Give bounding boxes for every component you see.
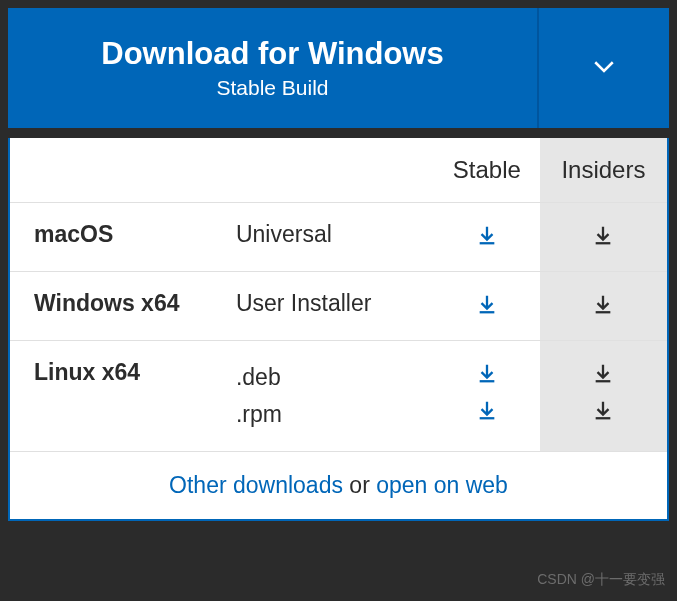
table-row: Linux x64 .deb .rpm	[10, 341, 667, 451]
stable-column-header: Stable	[434, 138, 540, 203]
other-downloads-link[interactable]: Other downloads	[169, 472, 343, 498]
chevron-down-icon	[589, 51, 619, 85]
watermark-text: CSDN @十一要变强	[537, 571, 665, 589]
footer-links-row: Other downloads or open on web	[10, 451, 667, 519]
insiders-column-header: Insiders	[540, 138, 667, 203]
variant-label: .deb	[236, 359, 420, 396]
download-insiders-linux-x64-rpm[interactable]	[592, 396, 614, 424]
download-title: Download for Windows	[101, 36, 443, 72]
download-stable-windows-x64-user[interactable]	[476, 290, 498, 318]
open-on-web-link[interactable]: open on web	[376, 472, 508, 498]
download-stable-linux-x64-rpm[interactable]	[476, 396, 498, 424]
variant-label: Universal	[222, 203, 434, 272]
download-stable-macos-universal[interactable]	[476, 221, 498, 249]
download-header: Download for Windows Stable Build	[8, 8, 669, 128]
download-subtitle: Stable Build	[216, 76, 328, 100]
os-label: Linux x64	[10, 341, 222, 451]
variant-label: User Installer	[222, 272, 434, 341]
download-insiders-windows-x64-user[interactable]	[592, 290, 614, 318]
download-dropdown-toggle[interactable]	[539, 8, 669, 128]
os-label: Windows x64	[10, 272, 222, 341]
footer-or-text: or	[343, 472, 376, 498]
table-row: macOS Universal	[10, 203, 667, 272]
table-row: Windows x64 User Installer	[10, 272, 667, 341]
download-insiders-linux-x64-deb[interactable]	[592, 359, 614, 387]
download-dropdown-panel: Stable Insiders macOS Universal	[8, 138, 669, 521]
download-stable-linux-x64-deb[interactable]	[476, 359, 498, 387]
variant-label: .rpm	[236, 396, 420, 433]
download-for-windows-button[interactable]: Download for Windows Stable Build	[8, 8, 539, 128]
os-label: macOS	[10, 203, 222, 272]
downloads-table: Stable Insiders macOS Universal	[10, 138, 667, 451]
download-insiders-macos-universal[interactable]	[592, 221, 614, 249]
